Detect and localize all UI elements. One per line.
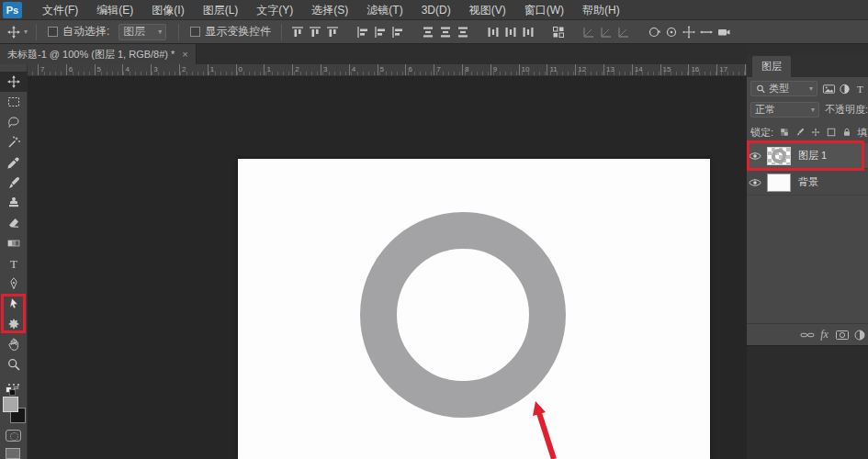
align-left-icon[interactable]	[355, 24, 370, 39]
3d-mode-drag-icon[interactable]	[615, 24, 631, 39]
horizontal-ruler: 76543210123456789101112131415161718	[28, 64, 747, 76]
layer-fx-icon[interactable]: fx	[816, 328, 833, 342]
3d-camera-icon[interactable]	[716, 24, 731, 39]
link-layers-icon[interactable]	[798, 328, 816, 342]
ruler-number: 1	[264, 64, 270, 76]
screen-mode-button[interactable]	[6, 448, 20, 459]
menu-items: 文件(F)编辑(E)图像(I)图层(L)文字(Y)选择(S)滤镜(T)3D(D)…	[33, 0, 629, 20]
photoshop-logo[interactable]: Ps	[3, 2, 22, 18]
distribute-right-icon[interactable]	[520, 24, 535, 39]
close-icon[interactable]: ×	[182, 49, 187, 60]
show-transform-checkbox[interactable]	[190, 27, 200, 37]
layers-panel-bottom-bar: fx	[747, 323, 868, 345]
align-top-icon[interactable]	[289, 24, 305, 39]
quick-mask-button[interactable]	[6, 430, 21, 442]
type-filter-icon[interactable]: T	[853, 82, 867, 95]
ruler-number: 14	[632, 64, 643, 76]
distribute-middle-icon[interactable]	[437, 24, 453, 39]
distribute-top-icon[interactable]	[420, 24, 435, 39]
lock-all-icon[interactable]	[840, 126, 853, 140]
eyedropper-tool[interactable]	[0, 152, 28, 173]
zoom-tool[interactable]	[0, 354, 28, 375]
lock-paint-icon[interactable]	[793, 126, 806, 140]
alignment-icons	[288, 24, 732, 39]
ruler-number: 4	[122, 64, 129, 76]
move-tool[interactable]	[0, 72, 28, 92]
blend-mode-dropdown[interactable]: 正常 ▾	[750, 102, 819, 118]
3d-mode-roll-icon[interactable]	[598, 24, 614, 39]
options-bar: ▾ 自动选择: 图层 ▾ 显示变换控件	[0, 20, 868, 44]
lock-label: 锁定:	[750, 126, 773, 140]
3d-orbit-icon[interactable]	[646, 24, 661, 39]
document-canvas[interactable]	[238, 159, 710, 459]
lock-artboard-icon[interactable]	[824, 126, 838, 140]
3d-roll-view-icon[interactable]	[663, 24, 679, 39]
menu-item-1[interactable]: 编辑(E)	[87, 0, 142, 20]
menu-item-5[interactable]: 选择(S)	[302, 0, 357, 20]
layer-row-1[interactable]: 背景	[747, 170, 868, 196]
menu-item-7[interactable]: 3D(D)	[412, 0, 460, 20]
marquee-tool[interactable]	[0, 92, 28, 112]
foreground-color-swatch[interactable]	[3, 397, 18, 412]
brush-tool[interactable]	[0, 173, 28, 193]
search-icon	[756, 82, 766, 95]
menu-item-8[interactable]: 视图(V)	[460, 0, 515, 20]
menu-item-3[interactable]: 图层(L)	[194, 0, 248, 20]
type-tool[interactable]: T	[0, 253, 28, 274]
3d-slide-view-icon[interactable]	[698, 24, 714, 39]
layers-panel: 图层 类型 ▾ T 正常 ▾ 不透明度: 锁定: 填充	[747, 44, 868, 459]
layer-name: 背景	[798, 175, 818, 189]
menu-item-9[interactable]: 窗口(W)	[515, 0, 573, 20]
distribute-left-icon[interactable]	[485, 24, 501, 39]
align-bottom-icon[interactable]	[324, 24, 340, 39]
chevron-down-icon[interactable]: ▾	[24, 28, 28, 36]
lock-move-icon[interactable]	[808, 126, 822, 140]
ruler-number: 17	[716, 64, 727, 76]
menu-item-6[interactable]: 滤镜(T)	[357, 0, 411, 20]
lock-icons	[776, 126, 854, 140]
lock-transparency-icon[interactable]	[777, 126, 791, 140]
svg-text:T: T	[10, 257, 17, 271]
tab-layers[interactable]: 图层	[752, 56, 791, 77]
move-tool-icon[interactable]	[6, 24, 22, 40]
adjustment-layer-icon[interactable]	[851, 328, 868, 342]
layer-thumbnail[interactable]	[767, 174, 791, 192]
blend-mode-value: 正常	[755, 103, 775, 117]
3d-pan-view-icon[interactable]	[681, 24, 696, 39]
eraser-tool[interactable]	[0, 213, 28, 233]
auto-select-target-dropdown[interactable]: 图层 ▾	[118, 24, 166, 40]
auto-select-label: 自动选择:	[62, 24, 109, 39]
distribute-center-icon[interactable]	[502, 24, 518, 39]
pixel-filter-icon[interactable]	[822, 82, 836, 95]
clone-stamp-tool[interactable]	[0, 193, 28, 213]
menu-item-4[interactable]: 文字(Y)	[247, 0, 302, 20]
3d-mode-rotate-icon[interactable]	[581, 24, 596, 39]
ruler-number: 5	[378, 64, 384, 76]
gradient-tool[interactable]	[0, 233, 28, 253]
document-tab[interactable]: 未标题-1 @ 100% (图层 1, RGB/8#) * ×	[0, 44, 197, 64]
auto-select-checkbox[interactable]	[48, 27, 58, 37]
auto-align-layers-icon[interactable]	[550, 24, 566, 39]
align-center-icon[interactable]	[372, 24, 388, 39]
align-middle-icon[interactable]	[307, 24, 322, 39]
visibility-eye-icon[interactable]	[747, 175, 763, 190]
lasso-tool[interactable]	[0, 112, 28, 132]
ruler-number: 7	[434, 64, 440, 76]
layer-filter-dropdown[interactable]: 类型 ▾	[750, 81, 817, 96]
menu-item-10[interactable]: 帮助(H)	[573, 0, 629, 20]
layer-mask-icon[interactable]	[833, 328, 851, 342]
distribute-bottom-icon[interactable]	[455, 24, 470, 39]
menu-item-2[interactable]: 图像(I)	[142, 0, 193, 20]
canvas-area[interactable]	[28, 76, 747, 459]
svg-text:T: T	[857, 83, 863, 94]
pen-tool[interactable]	[0, 274, 28, 294]
magic-wand-tool[interactable]	[0, 132, 28, 152]
adjustment-filter-icon[interactable]	[838, 82, 851, 95]
menu-item-0[interactable]: 文件(F)	[33, 0, 87, 20]
ruler-number: 16	[688, 64, 699, 76]
edit-toolbar[interactable]	[0, 375, 28, 395]
hand-tool[interactable]	[0, 334, 28, 354]
ruler-number: 11	[547, 64, 557, 76]
ruler-number: 0	[236, 64, 242, 76]
align-right-icon[interactable]	[389, 24, 405, 39]
